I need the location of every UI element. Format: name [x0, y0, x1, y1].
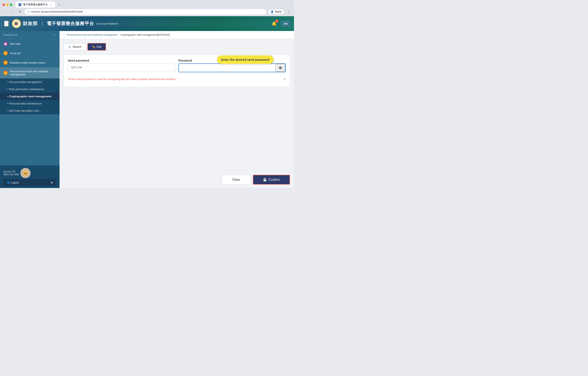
top-navigation: ☰ 🏛 財政部 ｜ 電子發票整合服務平台 E-Invoice Platform …: [0, 16, 294, 31]
sidebar-item-personal-data[interactable]: Personal data management: [0, 78, 60, 86]
sidebar-header: Function List —: [0, 31, 60, 39]
content-area: ::: Personnel account and authority mana…: [60, 31, 294, 188]
nav-logo: 🏛: [12, 19, 21, 28]
sitemap-icon: 📋: [3, 42, 8, 46]
seed-password-field: Seed password: [68, 59, 175, 71]
nav-right: 🔔 0 EN: [270, 20, 290, 28]
business-icon: ⭐: [3, 60, 8, 65]
sidebar-item-sitemap[interactable]: 📋 Site map: [0, 39, 60, 48]
tooltip-bubble: Enter the desired seed password: [217, 55, 273, 64]
new-tab-button[interactable]: +: [57, 2, 62, 7]
clear-button[interactable]: Clear: [222, 175, 251, 185]
breadcrumb-current: Cryptographic seed management(BTC851W): [121, 33, 170, 36]
nav-title-cn: 財政部: [23, 21, 38, 27]
eye-slash-icon: 👁‍🗨: [278, 66, 282, 70]
tab-favicon: e: [19, 3, 21, 6]
back-button[interactable]: ←: [2, 9, 8, 15]
logout-label: Logout: [11, 181, 19, 184]
tab-title: 電子發票整合服務平台: [23, 3, 48, 6]
breadcrumb: ::: Personnel account and authority mana…: [60, 31, 294, 39]
breadcrumb-link[interactable]: Personnel account and authority manageme…: [67, 33, 117, 36]
browser-toolbar: ← → ↻ ⓘ einvoice.nat.gov.tw/dashboard/bt…: [0, 8, 294, 16]
notification-bell[interactable]: 🔔 0: [270, 20, 278, 28]
sidebar-item-personnel[interactable]: ⭐ Personnel account and authority manage…: [0, 67, 60, 78]
logout-icon: ⊕: [51, 181, 53, 184]
sidebar-sitemap-label: Site map: [10, 42, 20, 45]
browser-menu-button[interactable]: ⋮: [286, 9, 292, 15]
search-tab[interactable]: 🔍 Search: [64, 43, 86, 50]
browser-tab[interactable]: e 電子發票整合服務平台 ×: [16, 2, 55, 8]
nav-divider: ｜: [40, 20, 45, 27]
sidebar-item-business[interactable]: ⭐ Business entity function menu ›: [0, 58, 60, 67]
sidebar-bottom: Service Tel 0800-521-988 🐱 👤 Logout ⊕: [0, 166, 60, 188]
password-toggle-button[interactable]: 👁‍🗨: [275, 64, 285, 72]
lock-icon: ⓘ: [28, 10, 30, 13]
guest-icon: 👤: [271, 10, 274, 13]
nav-title-full: 電子發票整合服務平台: [47, 21, 94, 27]
qr-decrypt-label: QR Code decryption and...: [9, 109, 41, 112]
close-dot[interactable]: [2, 3, 5, 6]
form-note: ※This seed password is used for encrypti…: [68, 75, 286, 83]
address-bar[interactable]: ⓘ einvoice.nat.gov.tw/dashboard/btc/btc8…: [25, 9, 266, 15]
business-chevron-icon: ›: [55, 61, 56, 64]
personnel-chevron-icon: ˅: [55, 72, 56, 74]
form-container: 🔍 Search ✏️ Edit Enter the desired seed …: [60, 39, 294, 171]
notification-badge: 0: [275, 20, 278, 23]
guest-button[interactable]: 👤 Guest: [268, 9, 284, 14]
search-tab-icon: 🔍: [68, 45, 71, 48]
reload-button[interactable]: ↻: [17, 9, 23, 15]
sidebar-business-label: Business entity function menu: [10, 61, 45, 64]
seed-password-label: Seed password: [68, 59, 175, 62]
note-text: ※This seed password is used for encrypti…: [68, 78, 176, 81]
breadcrumb-prefix: :::: [64, 33, 66, 36]
service-tel: Service Tel 0800-521-988 🐱: [3, 168, 56, 178]
sidebar-item-crypto-seed[interactable]: Cryptographic seed management: [0, 93, 60, 100]
edit-tab-label: Edit: [96, 45, 101, 48]
sidebar: Function List — 📋 Site map ⭐ To-do list …: [0, 31, 60, 188]
tabs-container: 🔍 Search ✏️ Edit Enter the desired seed …: [64, 43, 290, 51]
password-input-container: 👁‍🗨: [178, 63, 286, 72]
tab-close-button[interactable]: ×: [49, 3, 52, 6]
personal-data-label: Personal data management: [9, 81, 42, 84]
minimize-dot[interactable]: [6, 3, 9, 6]
seed-password-input[interactable]: [68, 63, 175, 71]
note-close-button[interactable]: ×: [284, 77, 286, 81]
guest-label: Guest: [275, 10, 282, 13]
sidebar-todo-label: To-do list: [10, 52, 21, 55]
nav-subtitle: E-Invoice Platform: [96, 22, 118, 25]
crypto-seed-label: Cryptographic seed management: [9, 95, 52, 98]
sidebar-item-qr-decrypt[interactable]: QR Code decryption and...: [0, 107, 60, 114]
logout-button[interactable]: 👤 Logout ⊕: [3, 179, 56, 186]
sidebar-item-todo[interactable]: ⭐ To-do list: [0, 48, 60, 58]
function-list-label: Function List: [3, 33, 17, 36]
sidebar-hide-icon[interactable]: —: [54, 33, 56, 36]
todo-icon: ⭐: [3, 51, 8, 55]
tooltip-text: Enter the desired seed password: [221, 58, 269, 61]
maximize-dot[interactable]: [10, 3, 12, 6]
search-tab-label: Search: [73, 45, 82, 48]
browser-dots: [2, 3, 12, 6]
sidebar-item-personal-data-maint[interactable]: Personal data maintenance: [0, 100, 60, 107]
confirm-label: Confirm: [269, 178, 280, 182]
breadcrumb-separator: /: [119, 33, 119, 36]
role-permission-label: Role permission maintenance: [9, 88, 44, 91]
sidebar-item-role-permission[interactable]: Role permission maintenance: [0, 86, 60, 93]
personnel-icon: ⭐: [3, 71, 8, 75]
tabs: 🔍 Search ✏️ Edit: [64, 43, 290, 51]
service-tel-number: 0800-521-988: [3, 173, 19, 176]
save-icon: 💾: [263, 178, 267, 182]
sidebar-personnel-label: Personnel account and authority manageme…: [10, 70, 53, 76]
address-text: einvoice.nat.gov.tw/dashboard/btc/btc851…: [31, 10, 83, 13]
mascot-image: 🐱: [20, 168, 31, 178]
confirm-button[interactable]: 💾 Confirm: [253, 175, 290, 185]
bottom-actions: Clear 💾 Confirm: [60, 171, 294, 188]
service-tel-label: Service Tel: [3, 170, 19, 173]
language-button[interactable]: EN: [282, 21, 290, 26]
sidebar-submenu: Personal data management Role permission…: [0, 78, 60, 114]
forward-button[interactable]: →: [10, 9, 16, 15]
hamburger-button[interactable]: ☰: [4, 21, 9, 26]
edit-tab[interactable]: ✏️ Edit: [87, 43, 106, 51]
edit-tab-icon: ✏️: [92, 45, 95, 48]
personal-data-maint-label: Personal data maintenance: [9, 102, 42, 105]
